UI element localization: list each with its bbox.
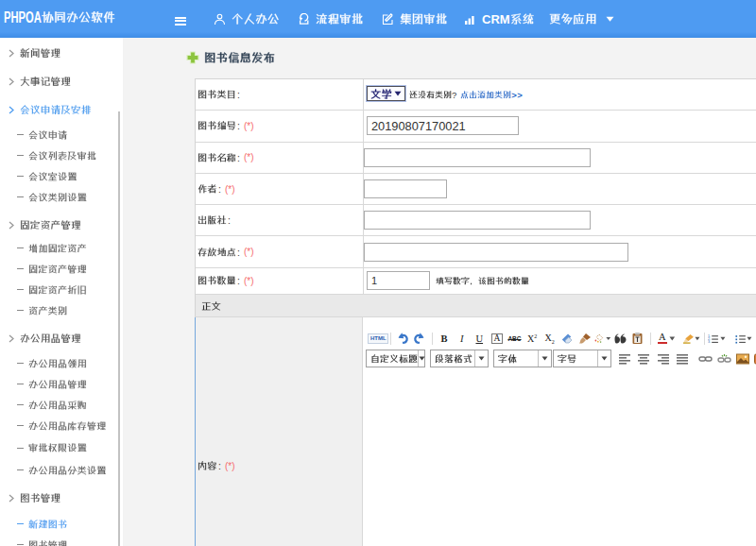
svg-text:3.: 3. <box>708 340 711 344</box>
